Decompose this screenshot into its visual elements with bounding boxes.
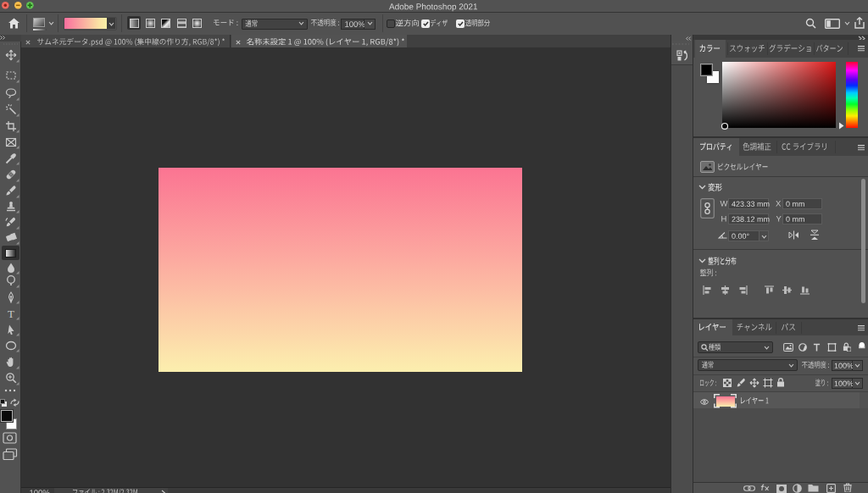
svg-text:T: T	[8, 307, 14, 319]
